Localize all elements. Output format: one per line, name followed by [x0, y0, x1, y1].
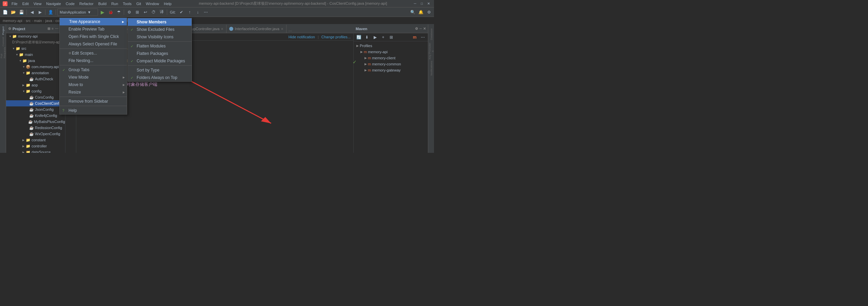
maven-download-btn[interactable]: ⬇ [363, 34, 371, 41]
submenu-compact-middle[interactable]: ✓ Compact Middle Packages [128, 57, 192, 65]
toolbar-history[interactable]: ⏱ [150, 8, 157, 16]
menu-navigate[interactable]: Navigate [44, 1, 63, 6]
ctx-file-nesting[interactable]: File Nesting... [60, 57, 127, 64]
breadcrumb-memory-api[interactable]: memory-api [3, 19, 22, 23]
breadcrumb-main[interactable]: main [34, 19, 42, 23]
maven-add-btn[interactable]: + [379, 34, 387, 41]
menu-window[interactable]: Window [144, 1, 161, 6]
tree-com-memory-api[interactable]: ▼ 📦 com.memory.api [6, 64, 65, 70]
git-more-btn[interactable]: ⋯ [202, 8, 210, 16]
maven-memory-client[interactable]: ▶ m memory-client [354, 55, 428, 61]
tree-mybatisplusconfig[interactable]: ☕ MyBatisPlusConfig [6, 119, 65, 125]
submenu-sort-by-type[interactable]: Sort by Type [128, 66, 192, 74]
git-push-btn[interactable]: ↑ [186, 8, 193, 16]
tree-controller[interactable]: ▶ 📁 controller [6, 143, 65, 149]
menu-code[interactable]: Code [64, 1, 77, 6]
tree-knife4jconfig[interactable]: ☕ Knife4jConfig [6, 113, 65, 119]
toolbar-back-btn[interactable]: ◀ [28, 8, 36, 16]
breadcrumb-src[interactable]: src [26, 19, 31, 23]
tree-wxopenconfig[interactable]: ☕ WxOpenConfig [6, 131, 65, 137]
ctx-view-mode[interactable]: View Mode [60, 74, 127, 81]
ctx-move-to[interactable]: Move to [60, 81, 127, 88]
maven-expand-btn[interactable]: ⊞ [388, 34, 395, 41]
toolbar-save-btn[interactable]: 💾 [18, 8, 25, 16]
project-layout-icon[interactable]: ⊞ [47, 27, 50, 30]
menu-help[interactable]: Help [162, 1, 174, 6]
maven-m-btn[interactable]: m [411, 34, 418, 41]
run-btn[interactable]: ▶ [99, 8, 106, 16]
tree-root-memory-api[interactable]: ▼ 📁 memory-api [6, 33, 65, 39]
hide-notification-link[interactable]: Hide notification [289, 35, 315, 39]
tree-redissionconfig[interactable]: ☕ RedissionConfig [6, 125, 65, 131]
run-config-dropdown[interactable]: MainApplication ▼ [57, 8, 98, 16]
submenu-flatten-packages[interactable]: Flatten Packages [128, 50, 192, 57]
ctx-enable-preview[interactable]: Enable Preview Tab [60, 25, 127, 33]
win-maximize-btn[interactable]: □ [419, 1, 425, 6]
toolbar-more3[interactable]: ↩ [142, 8, 149, 16]
ctx-open-single-click[interactable]: Open Files with Single Click [60, 33, 127, 40]
win-minimize-btn[interactable]: ─ [412, 1, 418, 6]
tree-config[interactable]: ▼ 📁 config [6, 88, 65, 94]
tab-interfaceinfocontroller[interactable]: InterfaceInfoController.java ✕ [226, 25, 286, 33]
project-settings-icon[interactable]: ⚙ [8, 27, 11, 30]
submenu-show-members[interactable]: Show Members [128, 18, 192, 26]
ctx-edit-scopes[interactable]: ⚙ Edit Scopes... [60, 49, 127, 57]
ctx-help[interactable]: ? Help [60, 107, 127, 114]
tree-corsconfig[interactable]: ☕ CorsConfig [6, 94, 65, 100]
tree-java[interactable]: ▼ 📁 java [6, 58, 65, 64]
search-everywhere-btn[interactable]: 🔍 [409, 8, 416, 16]
submenu-show-excluded[interactable]: ✓ Show Excluded Files [128, 26, 192, 33]
tree-main[interactable]: ▼ 📁 main [6, 52, 65, 58]
maven-close-icon[interactable]: ✕ [423, 27, 426, 30]
tree-annotation[interactable]: ▼ 📁 annotation [6, 70, 65, 76]
ctx-always-select[interactable]: Always Select Opened File [60, 40, 127, 48]
toolbar-new-btn[interactable]: 📄 [1, 8, 9, 16]
maven-refresh-btn[interactable]: 🔄 [355, 34, 362, 41]
ctx-resize[interactable]: Resize [60, 88, 127, 96]
maven-profiles-item[interactable]: ▶ Profiles [354, 43, 428, 49]
submenu-flatten-modules[interactable]: ✓ Flatten Modules [128, 42, 192, 50]
tree-cosclientconfig[interactable]: ☕ CosClientConfig [6, 100, 65, 106]
breadcrumb-java[interactable]: java [45, 19, 52, 23]
win-close-btn[interactable]: ✕ [426, 1, 431, 6]
notifications-btn[interactable]: 🔔 [417, 8, 425, 16]
project-collapse-icon[interactable]: ≡ [52, 27, 54, 30]
submenu-folders-on-top[interactable]: ✓ Folders Always on Top [128, 74, 192, 81]
tree-aop[interactable]: ▶ 📁 aop [6, 82, 65, 88]
maven-settings-icon[interactable]: ⚙ [415, 27, 418, 30]
toolbar-more1[interactable]: ⚙ [125, 8, 133, 16]
sidebar-icon-pullreq[interactable]: Pull Requests [0, 47, 6, 58]
menu-run[interactable]: Run [109, 1, 120, 6]
tab-overflow-btn[interactable]: ⋯ [287, 29, 294, 33]
ctx-remove-sidebar[interactable]: Remove from Sidebar [60, 98, 127, 105]
project-more-icon[interactable]: ⋯ [55, 27, 58, 30]
tree-authcheck[interactable]: ☕ AuthCheck [6, 76, 65, 82]
settings-btn[interactable]: ⚙ [425, 8, 433, 16]
tree-constant[interactable]: ▶ 📁 constant [6, 137, 65, 143]
tree-src[interactable]: ▼ 📁 src [6, 45, 65, 52]
menu-edit[interactable]: Edit [20, 1, 31, 6]
coverage-btn[interactable]: ☂ [115, 8, 122, 16]
toolbar-translate[interactable]: 译 [158, 8, 165, 16]
tab-close-icon[interactable]: ✕ [281, 27, 283, 31]
toolbar-profile-btn[interactable]: 👤 [47, 8, 54, 16]
tree-jsonconfig[interactable]: ☕ JsonConfig [6, 106, 65, 113]
maven-memory-common[interactable]: ▶ m memory-common [354, 61, 428, 67]
sidebar-icon-database[interactable]: Database [429, 26, 434, 43]
change-profiles-link[interactable]: Change profiles... [321, 35, 351, 39]
debug-btn[interactable]: 🐞 [107, 8, 114, 16]
maven-memory-api[interactable]: ▶ m memory-api [354, 49, 428, 55]
menu-build[interactable]: Build [96, 1, 108, 6]
maven-more-btn[interactable]: ⋯ [419, 34, 427, 41]
tab-close-icon[interactable]: ✕ [221, 27, 223, 31]
maven-run-btn[interactable]: ▶ [371, 34, 379, 41]
toolbar-forward-btn[interactable]: ▶ [36, 8, 44, 16]
maven-minimize-icon[interactable]: ─ [419, 27, 422, 30]
tree-datasource[interactable]: ▶ 📁 dataSource [6, 149, 65, 153]
menu-git[interactable]: Git [134, 1, 143, 6]
maven-memory-gateway[interactable]: ▶ m memory-gateway [354, 67, 428, 73]
sidebar-icon-notifications[interactable]: Notifications [429, 60, 434, 77]
toolbar-more2[interactable]: ⊞ [134, 8, 141, 16]
ctx-tree-appearance[interactable]: Tree Appearance [60, 18, 127, 25]
menu-refactor[interactable]: Refactor [77, 1, 96, 6]
